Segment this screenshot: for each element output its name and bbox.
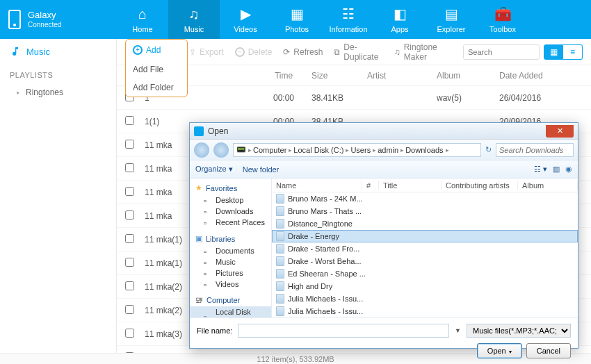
- help-button[interactable]: ◉: [565, 165, 572, 174]
- add-button[interactable]: + Add: [126, 40, 187, 60]
- ringtone-button[interactable]: ♫ Ringtone Maker: [394, 42, 452, 62]
- breadcrumb[interactable]: 📟 ▸Computer ▸Local Disk (C:) ▸Users ▸adm…: [233, 143, 481, 157]
- nav-information[interactable]: ☷Information: [323, 0, 374, 39]
- dialog-titlebar[interactable]: Open ✕: [190, 123, 578, 140]
- col-size[interactable]: Size: [311, 71, 367, 81]
- audio-file-icon: [276, 294, 284, 304]
- file-item[interactable]: Bruno Mars - 24K M...: [272, 192, 578, 205]
- file-item[interactable]: High and Dry: [272, 280, 578, 292]
- col-artist[interactable]: Artist: [367, 71, 437, 81]
- grid-view-button[interactable]: ▦: [544, 44, 563, 60]
- add-file-item[interactable]: Add File: [126, 60, 187, 78]
- nav-music[interactable]: ♫Music: [168, 0, 220, 39]
- nav-apps[interactable]: ◧Apps: [374, 0, 426, 39]
- preview-pane-button[interactable]: ▥: [553, 165, 560, 174]
- row-checkbox[interactable]: [125, 163, 134, 172]
- file-item[interactable]: Drake - Energy: [272, 230, 578, 242]
- newfolder-button[interactable]: New folder: [243, 165, 280, 174]
- breadcrumb-item[interactable]: Users ▸: [350, 146, 376, 154]
- forward-button[interactable]: [213, 142, 229, 158]
- nav-explorer[interactable]: ▤Explorer: [426, 0, 477, 39]
- tree-item[interactable]: ▫Local Disk (C:): [190, 306, 271, 317]
- breadcrumb-item[interactable]: Computer ▸: [253, 146, 292, 154]
- dedup-button[interactable]: ⧉ De-Duplicate: [334, 42, 382, 62]
- row-checkbox[interactable]: [125, 329, 134, 338]
- row-checkbox[interactable]: [125, 140, 134, 149]
- add-folder-item[interactable]: Add Folder: [126, 78, 187, 97]
- videos-icon: ▶: [241, 6, 251, 22]
- minus-icon: −: [235, 47, 245, 57]
- file-item[interactable]: Distance_Ringtone: [272, 217, 578, 230]
- audio-file-icon: [276, 206, 284, 216]
- filecol-artist[interactable]: Contributing artists: [442, 181, 518, 190]
- filename-input[interactable]: [238, 324, 449, 338]
- file-item[interactable]: Bruno Mars - Thats ...: [272, 205, 578, 217]
- sidebar-current[interactable]: Music: [0, 39, 116, 64]
- delete-button[interactable]: − Delete: [235, 47, 273, 57]
- file-item[interactable]: Julia Michaels - Issu...: [272, 292, 578, 305]
- filecol-num[interactable]: #: [362, 181, 379, 190]
- row-checkbox[interactable]: [125, 258, 134, 267]
- col-date[interactable]: Date Added: [499, 71, 583, 81]
- tree-libraries[interactable]: ▣Libraries: [190, 232, 271, 245]
- refresh-nav-icon[interactable]: ↻: [485, 145, 492, 154]
- breadcrumb-item[interactable]: Local Disk (C:) ▸: [293, 146, 349, 154]
- sidebar-item-ringtones[interactable]: Ringtones: [0, 83, 116, 101]
- row-checkbox[interactable]: [125, 116, 134, 125]
- col-time[interactable]: Time: [256, 71, 311, 81]
- filename-label: File name:: [197, 326, 232, 335]
- cancel-button[interactable]: Cancel: [526, 343, 571, 358]
- tree-item[interactable]: ▫Desktop: [190, 195, 271, 206]
- dialog-search-input[interactable]: [496, 143, 574, 157]
- table-row[interactable]: 100:0038.41KBwav(5)26/04/2016: [117, 86, 591, 110]
- filecol-title[interactable]: Title: [379, 181, 442, 190]
- photos-icon: ▦: [291, 6, 304, 22]
- device-name: Galaxy: [28, 10, 61, 21]
- tree-item[interactable]: ▫Music: [190, 256, 271, 267]
- file-item[interactable]: Ed Sheeran - Shape ...: [272, 267, 578, 280]
- row-checkbox[interactable]: [125, 305, 134, 314]
- sidebar-item-label: Ringtones: [26, 88, 63, 97]
- ringtone-label: Ringtone Maker: [404, 42, 452, 62]
- tree-item[interactable]: ▫Documents: [190, 245, 271, 256]
- tree-item[interactable]: ▫Videos: [190, 279, 271, 290]
- device-block[interactable]: Galaxy Connected: [0, 10, 117, 29]
- list-view-button[interactable]: ≡: [563, 44, 583, 60]
- export-button[interactable]: ⇪ Export: [189, 47, 224, 57]
- col-album[interactable]: Album: [437, 71, 499, 81]
- tree-item[interactable]: ▫Recent Places: [190, 217, 271, 228]
- nav-toolbox[interactable]: 🧰Toolbox: [477, 0, 528, 39]
- nav-videos[interactable]: ▶Videos: [220, 0, 271, 39]
- file-item[interactable]: Julia Michaels - Issu...: [272, 305, 578, 317]
- open-dialog: Open ✕ 📟 ▸Computer ▸Local Disk (C:) ▸Use…: [189, 122, 578, 349]
- tree-item[interactable]: ▫Pictures: [190, 267, 271, 279]
- open-button[interactable]: Open▾: [477, 343, 522, 358]
- refresh-button[interactable]: ⟳ Refresh: [283, 47, 323, 57]
- row-checkbox[interactable]: [125, 234, 134, 243]
- filecol-name[interactable]: Name: [272, 181, 362, 190]
- top-bar: Galaxy Connected ⌂Home♫Music▶Videos▦Phot…: [0, 0, 591, 39]
- nav-home[interactable]: ⌂Home: [117, 0, 168, 39]
- file-item[interactable]: Drake - Started Fro...: [272, 242, 578, 255]
- close-button[interactable]: ✕: [546, 125, 574, 138]
- filecol-album[interactable]: Album: [518, 181, 578, 190]
- tree-computer[interactable]: 🖳Computer: [190, 294, 271, 306]
- file-name: Drake - Started Fro...: [288, 245, 359, 253]
- row-checkbox[interactable]: [125, 210, 134, 220]
- filetype-select[interactable]: Music files(*.MP3;*.AAC;*.AC3;*: [467, 324, 571, 338]
- nav-photos[interactable]: ▦Photos: [271, 0, 323, 39]
- breadcrumb-item[interactable]: Downloads ▸: [405, 146, 448, 154]
- tree-item[interactable]: ▫Downloads: [190, 206, 271, 217]
- organize-button[interactable]: Organize ▾: [195, 165, 233, 174]
- folder-icon: ▫: [204, 313, 212, 317]
- file-item[interactable]: Drake - Worst Beha...: [272, 255, 578, 267]
- view-options-button[interactable]: ☷ ▾: [534, 165, 547, 174]
- back-button[interactable]: [194, 142, 209, 158]
- row-checkbox[interactable]: [125, 187, 134, 196]
- breadcrumb-root[interactable]: 📟 ▸: [236, 145, 252, 154]
- folder-icon: ▫: [204, 219, 212, 226]
- search-input[interactable]: [463, 44, 540, 60]
- tree-favorites[interactable]: ★Favorites: [190, 181, 271, 195]
- row-checkbox[interactable]: [125, 281, 134, 290]
- breadcrumb-item[interactable]: admin ▸: [378, 146, 404, 154]
